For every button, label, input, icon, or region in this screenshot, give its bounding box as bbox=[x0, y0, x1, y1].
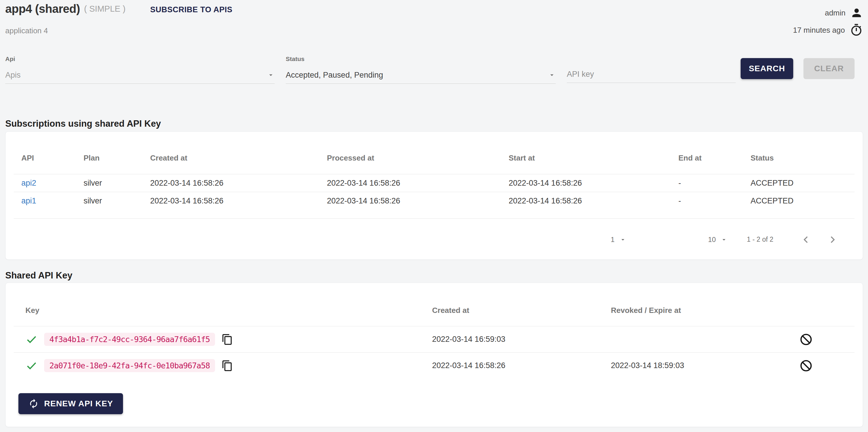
revoke-key-button[interactable] bbox=[799, 359, 813, 372]
api-filter-label: Api bbox=[5, 56, 275, 63]
check-icon bbox=[25, 333, 38, 345]
api-link[interactable]: api1 bbox=[21, 196, 36, 205]
renew-button-label: RENEW API KEY bbox=[44, 399, 113, 408]
status-filter-select[interactable]: Status Accepted, Paused, Pending bbox=[286, 56, 556, 85]
api-key-input[interactable] bbox=[567, 70, 736, 79]
copy-key-button[interactable] bbox=[221, 360, 233, 372]
cell-plan: silver bbox=[84, 196, 150, 205]
revoke-key-button[interactable] bbox=[799, 333, 813, 346]
check-icon bbox=[25, 360, 38, 372]
subscribe-to-apis-link[interactable]: SUBSCRIBE TO APIS bbox=[150, 5, 232, 14]
subscriptions-section-title: Subscriptions using shared API Key bbox=[5, 119, 161, 129]
subscriptions-table-header: API Plan Created at Processed at Start a… bbox=[5, 132, 863, 174]
api-filter-select[interactable]: Api Apis bbox=[5, 56, 275, 85]
cell-plan: silver bbox=[84, 179, 150, 188]
chevron-down-icon bbox=[720, 236, 727, 243]
column-header-created-at: Created at bbox=[150, 154, 327, 163]
person-icon bbox=[850, 6, 863, 19]
cell-end-at: - bbox=[678, 196, 750, 205]
last-activity-line: 17 minutes ago bbox=[793, 23, 863, 37]
subscriptions-card: API Plan Created at Processed at Start a… bbox=[5, 131, 863, 260]
cell-end-at: - bbox=[678, 179, 750, 188]
column-header-start-at: Start at bbox=[509, 154, 678, 163]
filter-bar: Api Apis Status Accepted, Paused, Pendin… bbox=[0, 56, 868, 88]
prev-page-button[interactable] bbox=[800, 234, 812, 245]
cell-created-at: 2022-03-14 16:58:26 bbox=[150, 179, 327, 188]
column-header-end-at: End at bbox=[678, 154, 750, 163]
chevron-down-icon bbox=[267, 71, 275, 79]
field-underline bbox=[567, 82, 736, 83]
column-header-processed-at: Processed at bbox=[327, 154, 509, 163]
cell-created-at: 2022-03-14 16:58:26 bbox=[150, 196, 327, 205]
shared-api-key-card: Key Created at Revoked / Expire at 4f3a4… bbox=[5, 283, 863, 427]
user-line: admin bbox=[825, 6, 863, 19]
renew-api-key-button[interactable]: RENEW API KEY bbox=[19, 393, 123, 414]
copy-icon bbox=[221, 334, 233, 345]
last-activity: 17 minutes ago bbox=[793, 26, 845, 35]
api-link[interactable]: api2 bbox=[21, 179, 36, 188]
cell-processed-at: 2022-03-14 16:58:26 bbox=[327, 179, 509, 188]
application-page: app4 (shared) ( SIMPLE ) SUBSCRIBE TO AP… bbox=[0, 0, 868, 432]
cell-status: ACCEPTED bbox=[750, 179, 863, 188]
header-meta: admin 17 minutes ago bbox=[793, 6, 863, 37]
keys-table-header: Key Created at Revoked / Expire at bbox=[5, 283, 863, 326]
page-size-select[interactable]: 10 bbox=[708, 236, 728, 244]
column-header-created-at: Created at bbox=[432, 306, 611, 315]
cell-key-created-at: 2022-03-14 16:59:03 bbox=[432, 335, 611, 344]
subscription-row: api2 silver 2022-03-14 16:58:26 2022-03-… bbox=[5, 174, 863, 192]
cell-start-at: 2022-03-14 16:58:26 bbox=[509, 179, 678, 188]
api-key-field bbox=[567, 56, 736, 85]
cell-processed-at: 2022-03-14 16:58:26 bbox=[327, 196, 509, 205]
column-header-api: API bbox=[21, 154, 84, 163]
cell-key-revoked-at: 2022-03-14 18:59:03 bbox=[611, 361, 799, 370]
chevron-left-icon bbox=[800, 234, 812, 245]
cell-start-at: 2022-03-14 16:58:26 bbox=[509, 196, 678, 205]
column-header-status: Status bbox=[750, 154, 863, 163]
copy-icon bbox=[221, 360, 233, 372]
column-header-revoked-expire-at: Revoked / Expire at bbox=[611, 306, 799, 315]
column-header-plan: Plan bbox=[84, 154, 150, 163]
status-filter-label: Status bbox=[286, 56, 556, 63]
cell-status: ACCEPTED bbox=[750, 196, 863, 205]
clear-button[interactable]: CLEAR bbox=[803, 58, 855, 79]
page-select[interactable]: 1 bbox=[611, 236, 626, 244]
api-key-row: 2a071f0e-18e9-42fa-94fc-0e10ba967a58 202… bbox=[5, 353, 863, 378]
api-key-row: 4f3a4b1a-f7c2-49cc-9364-96aa7f6a61f5 202… bbox=[5, 326, 863, 352]
pagination: 1 10 1 - 2 of 2 bbox=[5, 219, 863, 260]
renew-icon bbox=[28, 398, 39, 409]
api-key-chip: 4f3a4b1a-f7c2-49cc-9364-96aa7f6a61f5 bbox=[44, 333, 215, 346]
cell-key-created-at: 2022-03-14 16:58:26 bbox=[432, 361, 611, 370]
timer-icon bbox=[849, 23, 863, 37]
status-filter-value: Accepted, Paused, Pending bbox=[286, 71, 383, 80]
user-name: admin bbox=[825, 8, 845, 18]
next-page-button[interactable] bbox=[827, 234, 838, 245]
chevron-down-icon bbox=[619, 236, 626, 243]
api-key-chip: 2a071f0e-18e9-42fa-94fc-0e10ba967a58 bbox=[44, 359, 215, 372]
pagination-range: 1 - 2 of 2 bbox=[747, 236, 773, 243]
chevron-right-icon bbox=[827, 234, 838, 245]
page-size-value: 10 bbox=[708, 236, 716, 244]
subscription-row: api1 silver 2022-03-14 16:58:26 2022-03-… bbox=[5, 192, 863, 209]
search-button[interactable]: SEARCH bbox=[741, 58, 793, 79]
copy-key-button[interactable] bbox=[221, 334, 233, 345]
app-description: application 4 bbox=[5, 26, 48, 35]
column-header-key: Key bbox=[25, 306, 432, 315]
field-underline bbox=[5, 84, 275, 84]
field-underline bbox=[286, 84, 556, 84]
page-title: app4 (shared) bbox=[5, 2, 80, 15]
block-icon bbox=[799, 333, 813, 346]
api-filter-value: Apis bbox=[5, 71, 21, 80]
shared-api-key-section-title: Shared API Key bbox=[5, 270, 72, 281]
page-select-value: 1 bbox=[611, 236, 614, 244]
chevron-down-icon bbox=[548, 71, 556, 79]
title-type-label: ( SIMPLE ) bbox=[84, 4, 126, 14]
block-icon bbox=[799, 359, 813, 372]
page-header: app4 (shared) ( SIMPLE ) bbox=[5, 2, 126, 15]
